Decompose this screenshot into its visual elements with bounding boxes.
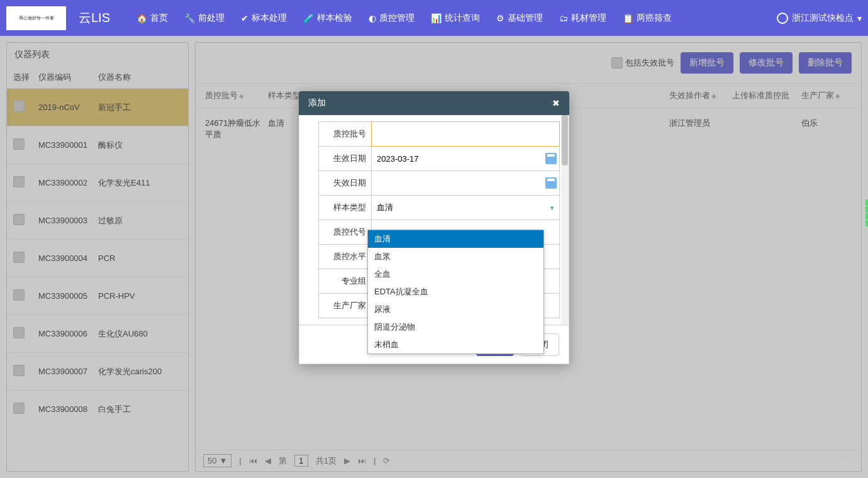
label-sample: 样本类型 [318, 196, 372, 220]
batch-input[interactable] [372, 122, 559, 146]
dropdown-item[interactable]: 血清 [368, 230, 543, 248]
gear-icon: ⚙ [496, 13, 504, 23]
nav-qc[interactable]: ◐质控管理 [361, 6, 422, 30]
nav-supplies[interactable]: 🗂耗材管理 [552, 6, 614, 30]
dropdown-item[interactable]: 阴道分泌物 [368, 318, 543, 336]
nav-sample-test[interactable]: 🧪样本检验 [296, 6, 360, 30]
chart-icon: 📊 [431, 13, 442, 23]
user-name: 浙江测试快检点 [792, 13, 854, 24]
calendar-icon[interactable] [545, 177, 557, 189]
calendar-icon[interactable] [545, 153, 557, 164]
nav-sample-process[interactable]: ✔标本处理 [233, 6, 294, 30]
logo: 用心做好每一件事 [6, 6, 66, 30]
scrollbar[interactable] [561, 115, 569, 325]
dropdown-item[interactable]: 全血 [368, 265, 543, 283]
label-group: 专业组 [318, 269, 372, 294]
sample-type-select[interactable] [372, 196, 559, 220]
dropdown-item[interactable]: 末梢血 [368, 336, 543, 353]
user-menu[interactable]: 浙江测试快检点 ▾ [777, 13, 862, 24]
side-indicator [865, 199, 868, 227]
modal-title: 添加 [308, 97, 326, 109]
dropdown-item[interactable]: 血浆 [368, 248, 543, 265]
nav-home[interactable]: 🏠首页 [129, 6, 175, 30]
effective-date-input[interactable] [372, 147, 559, 170]
folder-icon: 🗂 [559, 13, 568, 23]
check-icon: ✔ [241, 13, 248, 23]
label-batch: 质控批号 [318, 121, 372, 147]
close-icon[interactable]: ✖ [552, 98, 560, 108]
label-vendor: 生产厂家 [318, 294, 372, 318]
home-icon: 🏠 [136, 13, 147, 23]
brand: 云LIS [79, 9, 110, 26]
dropdown-item[interactable]: EDTA抗凝全血 [368, 283, 543, 301]
top-nav: 用心做好每一件事 云LIS 🏠首页 🔧前处理 ✔标本处理 🧪样本检验 ◐质控管理… [0, 0, 868, 36]
nav-basic[interactable]: ⚙基础管理 [489, 6, 550, 30]
chevron-down-icon[interactable]: ▾ [550, 204, 554, 212]
user-icon [777, 13, 788, 24]
chevron-down-icon: ▾ [857, 13, 862, 23]
nav-screen[interactable]: 📋两癌筛查 [615, 6, 679, 30]
label-level: 质控水平 [318, 245, 372, 269]
watermark: CSDN @源码技术栈 [771, 459, 857, 470]
label-eff: 生效日期 [318, 147, 372, 171]
expire-date-input[interactable] [372, 171, 559, 195]
label-code: 质控代号 [318, 220, 372, 245]
nav-preprocess[interactable]: 🔧前处理 [177, 6, 232, 30]
dropdown-item[interactable]: 尿液 [368, 301, 543, 318]
sample-type-dropdown: 血清血浆全血EDTA抗凝全血尿液阴道分泌物末梢血 [367, 230, 544, 354]
wrench-icon: 🔧 [184, 13, 195, 23]
label-exp: 失效日期 [318, 171, 372, 196]
nav-items: 🏠首页 🔧前处理 ✔标本处理 🧪样本检验 ◐质控管理 📊统计查询 ⚙基础管理 🗂… [129, 6, 777, 30]
clipboard-icon: 📋 [623, 13, 633, 23]
nav-stats[interactable]: 📊统计查询 [423, 6, 487, 30]
pie-icon: ◐ [369, 13, 376, 23]
flask-icon: 🧪 [303, 13, 314, 23]
modal-header: 添加 ✖ [299, 91, 569, 115]
